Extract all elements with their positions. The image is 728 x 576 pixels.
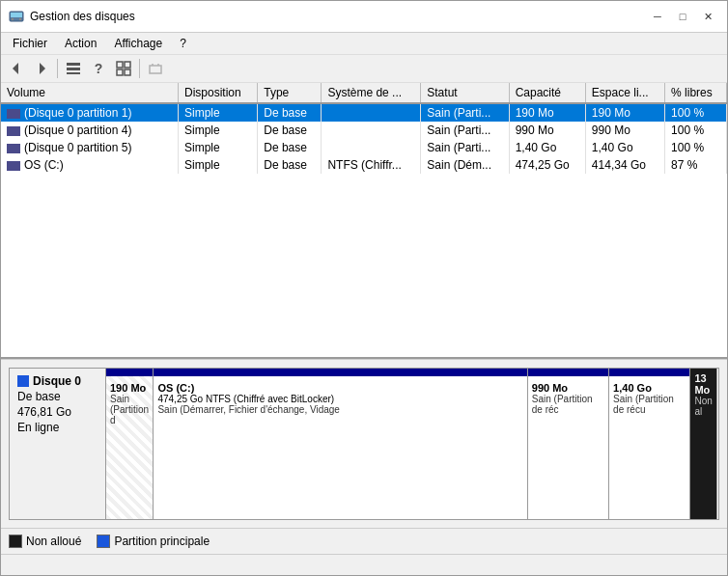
- svg-rect-9: [117, 62, 123, 68]
- legend-primary-box: [97, 535, 110, 548]
- cell-volume: (Disque 0 partition 5): [1, 139, 179, 156]
- col-capacite[interactable]: Capacité: [509, 83, 585, 103]
- menu-bar: Fichier Action Affichage ?: [1, 33, 727, 55]
- cell-systeme: [322, 139, 421, 156]
- cell-capacite: 190 Mo: [509, 103, 585, 122]
- disk-section: Disque 0 De base 476,81 Go En ligne 190 …: [1, 359, 727, 528]
- svg-rect-11: [117, 69, 123, 75]
- table-row[interactable]: (Disque 0 partition 1) Simple De base Sa…: [1, 103, 727, 122]
- window-title: Gestion des disques: [30, 10, 135, 23]
- col-volume[interactable]: Volume: [1, 83, 179, 103]
- cell-espace: 990 Mo: [585, 122, 664, 139]
- svg-rect-8: [67, 72, 80, 74]
- svg-marker-4: [13, 63, 18, 74]
- partition-status: Non al: [694, 396, 713, 417]
- partition-header: [528, 369, 608, 376]
- disk-table: Volume Disposition Type Système de ... S…: [1, 83, 727, 174]
- col-type[interactable]: Type: [258, 83, 322, 103]
- disabled-btn[interactable]: [144, 58, 167, 79]
- title-bar: Gestion des disques ─ □ ✕: [1, 1, 727, 33]
- disk-label: Disque 0 De base 476,81 Go En ligne: [10, 369, 106, 519]
- cell-capacite: 1,40 Go: [509, 139, 585, 156]
- svg-rect-13: [150, 66, 161, 73]
- partition-status: Sain (Partition de récu: [613, 394, 686, 415]
- cell-systeme: NTFS (Chiffr...: [322, 156, 421, 174]
- disk-dot: [17, 375, 29, 387]
- maximize-button[interactable]: □: [671, 7, 694, 26]
- cell-volume: (Disque 0 partition 4): [1, 122, 179, 139]
- cell-systeme: [322, 122, 421, 139]
- cell-espace: 414,34 Go: [585, 156, 664, 174]
- svg-rect-12: [125, 69, 130, 75]
- disk-row: Disque 0 De base 476,81 Go En ligne 190 …: [9, 368, 719, 520]
- partition-content: 990 Mo Sain (Partition de réc: [532, 382, 604, 415]
- cell-capacite: 474,25 Go: [509, 156, 585, 174]
- partition-unalloc[interactable]: 13 Mo Non al: [690, 369, 717, 519]
- forward-icon: [34, 61, 49, 76]
- cell-disposition: Simple: [179, 122, 258, 139]
- toolbar: ?: [1, 55, 727, 83]
- cell-type: De base: [258, 103, 322, 122]
- table-row[interactable]: (Disque 0 partition 4) Simple De base Sa…: [1, 122, 727, 139]
- partition-part4[interactable]: 990 Mo Sain (Partition de réc: [528, 369, 609, 519]
- svg-rect-10: [125, 62, 130, 68]
- table-section: Volume Disposition Type Système de ... S…: [1, 83, 727, 359]
- col-espace[interactable]: Espace li...: [585, 83, 664, 103]
- col-pct[interactable]: % libres: [665, 83, 727, 103]
- partition-status: Sain (Partition d: [110, 394, 149, 425]
- partition-part1[interactable]: 190 Mo Sain (Partition d: [106, 369, 154, 519]
- partition-header: [154, 369, 526, 376]
- legend-primary-label: Partition principale: [114, 535, 210, 548]
- partition-part_os[interactable]: OS (C:) 474,25 Go NTFS (Chiffré avec Bit…: [154, 369, 527, 519]
- col-statut[interactable]: Statut: [421, 83, 509, 103]
- close-button[interactable]: ✕: [696, 7, 719, 26]
- app-icon: [9, 9, 24, 24]
- disabled-icon: [148, 61, 163, 76]
- svg-marker-5: [40, 63, 45, 74]
- cell-pct: 100 %: [665, 103, 727, 122]
- partition-name: OS (C:): [157, 382, 522, 394]
- disk-partitions: 190 Mo Sain (Partition d OS (C:) 474,25 …: [106, 369, 718, 519]
- cell-statut: Sain (Dém...: [421, 156, 509, 174]
- partition-size: 474,25 Go NTFS (Chiffré avec BitLocker): [157, 394, 522, 404]
- table-row[interactable]: (Disque 0 partition 5) Simple De base Sa…: [1, 139, 727, 156]
- cell-type: De base: [258, 156, 322, 174]
- view-btn-2[interactable]: [112, 58, 135, 79]
- cell-disposition: Simple: [179, 156, 258, 174]
- back-button[interactable]: [5, 58, 28, 79]
- help-icon: ?: [95, 61, 103, 76]
- legend-primary: Partition principale: [97, 535, 210, 548]
- legend-unalloc-box: [9, 535, 22, 548]
- vol-icon: [7, 161, 20, 171]
- partition-part5[interactable]: 1,40 Go Sain (Partition de récu: [609, 369, 690, 519]
- menu-help[interactable]: ?: [172, 35, 194, 52]
- svg-rect-6: [67, 63, 80, 66]
- col-disposition[interactable]: Disposition: [179, 83, 258, 103]
- partition-name: 190 Mo: [110, 382, 149, 394]
- disk-name: Disque 0: [17, 374, 98, 388]
- menu-action[interactable]: Action: [57, 35, 104, 52]
- menu-fichier[interactable]: Fichier: [5, 35, 55, 52]
- col-systeme[interactable]: Système de ...: [322, 83, 421, 103]
- menu-affichage[interactable]: Affichage: [106, 35, 170, 52]
- table-body: (Disque 0 partition 1) Simple De base Sa…: [1, 103, 727, 174]
- cell-capacite: 990 Mo: [509, 122, 585, 139]
- cell-statut: Sain (Parti...: [421, 122, 509, 139]
- cell-espace: 190 Mo: [585, 103, 664, 122]
- cell-volume: (Disque 0 partition 1): [1, 103, 179, 122]
- table-icon: [116, 61, 131, 76]
- table-row[interactable]: OS (C:) Simple De base NTFS (Chiffr... S…: [1, 156, 727, 174]
- main-window: Gestion des disques ─ □ ✕ Fichier Action…: [0, 0, 728, 576]
- view-btn-1[interactable]: [62, 58, 85, 79]
- minimize-button[interactable]: ─: [646, 7, 669, 26]
- list-icon: [66, 61, 81, 76]
- vol-icon: [7, 126, 20, 136]
- partition-header: [609, 369, 689, 376]
- cell-disposition: Simple: [179, 103, 258, 122]
- cell-disposition: Simple: [179, 139, 258, 156]
- partition-header: [106, 369, 153, 376]
- forward-button[interactable]: [30, 58, 53, 79]
- cell-pct: 87 %: [665, 156, 727, 174]
- cell-statut: Sain (Parti...: [421, 103, 509, 122]
- help-btn[interactable]: ?: [87, 58, 110, 79]
